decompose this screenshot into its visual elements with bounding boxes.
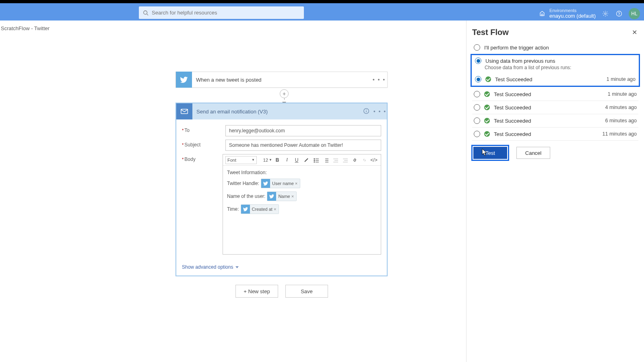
- success-icon: [484, 118, 490, 123]
- font-size-dropdown[interactable]: 12▼: [259, 158, 272, 162]
- dynamic-token[interactable]: Name×: [267, 191, 297, 201]
- action-title: Send an email notification (V3): [192, 109, 359, 115]
- run-radio[interactable]: [474, 104, 480, 111]
- unlink-button[interactable]: [360, 156, 369, 165]
- run-item[interactable]: Test Succeeded6 minutes ago: [472, 114, 638, 128]
- run-item[interactable]: Test Succeeded1 minute ago: [472, 88, 638, 101]
- link-button[interactable]: [350, 156, 359, 165]
- save-button[interactable]: Save: [285, 285, 328, 298]
- run-radio[interactable]: [475, 76, 481, 82]
- test-flow-panel: Test Flow ✕ I'll perform the trigger act…: [466, 21, 644, 362]
- remove-token-icon[interactable]: ×: [273, 207, 277, 212]
- user-avatar[interactable]: HL: [629, 8, 640, 19]
- svg-point-14: [314, 162, 315, 162]
- success-icon: [484, 131, 490, 137]
- new-step-button[interactable]: + New step: [235, 285, 278, 298]
- remove-token-icon[interactable]: ×: [294, 181, 298, 186]
- to-input[interactable]: [225, 125, 381, 136]
- run-name: Test Succeeded: [495, 76, 603, 82]
- run-radio[interactable]: [474, 91, 480, 97]
- highlight-previous-runs: Using data from previous runs Choose dat…: [471, 54, 640, 87]
- success-icon: [484, 105, 490, 110]
- code-view-button[interactable]: </>: [369, 156, 378, 165]
- body-editor[interactable]: Font▼ 12▼ B I U </>: [223, 154, 381, 255]
- svg-line-1: [147, 14, 149, 15]
- twitter-icon: [267, 192, 276, 201]
- highlight-test-button: Test: [471, 145, 509, 161]
- option-manual[interactable]: I'll perform the trigger action: [472, 42, 638, 53]
- dynamic-token[interactable]: User name×: [261, 179, 300, 188]
- top-bar: Environments enayu.com (default) HL: [0, 0, 644, 21]
- close-icon[interactable]: ✕: [630, 29, 638, 36]
- indent-button[interactable]: [341, 156, 349, 165]
- trigger-title: When a new tweet is posted: [192, 77, 371, 83]
- action-header[interactable]: Send an email notification (V3) • • •: [176, 103, 387, 119]
- help-icon[interactable]: [615, 10, 623, 18]
- bold-button[interactable]: B: [273, 156, 282, 165]
- trigger-card[interactable]: When a new tweet is posted • • •: [175, 72, 388, 88]
- run-time: 11 minutes ago: [603, 131, 637, 137]
- success-icon: [484, 91, 490, 97]
- run-time: 4 minutes ago: [605, 105, 637, 110]
- run-time: 1 minute ago: [607, 76, 636, 82]
- twitter-icon: [261, 179, 270, 188]
- color-button[interactable]: [302, 156, 311, 165]
- svg-rect-6: [181, 109, 188, 114]
- environment-picker[interactable]: Environments enayu.com (default): [539, 8, 596, 19]
- run-radio[interactable]: [474, 117, 480, 124]
- cancel-button[interactable]: Cancel: [516, 147, 550, 159]
- connector: +: [280, 88, 289, 105]
- chevron-down-icon: [235, 266, 239, 268]
- remove-token-icon[interactable]: ×: [291, 194, 295, 199]
- font-dropdown[interactable]: Font▼: [225, 156, 257, 164]
- editor-toolbar: Font▼ 12▼ B I U </>: [223, 154, 381, 166]
- mail-icon: [176, 103, 192, 119]
- run-radio[interactable]: [474, 131, 480, 137]
- info-icon[interactable]: [359, 108, 373, 115]
- search-input[interactable]: [152, 10, 300, 16]
- dynamic-token[interactable]: Created at×: [241, 204, 279, 214]
- show-advanced-link[interactable]: Show advanced options: [176, 259, 387, 276]
- action-card: Send an email notification (V3) • • • To…: [175, 103, 388, 276]
- run-item[interactable]: Test Succeeded1 minute ago: [473, 73, 637, 84]
- option-previous-sub: Choose data from a list of previous runs…: [473, 65, 637, 73]
- run-name: Test Succeeded: [494, 118, 601, 124]
- test-button[interactable]: Test: [473, 147, 507, 159]
- run-time: 6 minutes ago: [605, 118, 637, 123]
- editor-body[interactable]: Tweet Information: Twitter Handle: User …: [223, 166, 381, 254]
- svg-point-9: [366, 109, 367, 110]
- svg-point-12: [314, 160, 315, 161]
- svg-point-0: [144, 10, 147, 14]
- number-list-button[interactable]: [321, 156, 330, 165]
- bullet-list-button[interactable]: [312, 156, 320, 165]
- underline-button[interactable]: U: [292, 156, 301, 165]
- subject-label: Subject: [182, 140, 225, 151]
- outdent-button[interactable]: [331, 156, 340, 165]
- run-item[interactable]: Test Succeeded11 minutes ago: [472, 128, 638, 141]
- body-label: Body: [182, 154, 223, 255]
- italic-button[interactable]: I: [283, 156, 291, 165]
- subject-input[interactable]: [225, 140, 381, 151]
- search-box[interactable]: [139, 6, 304, 19]
- action-menu-icon[interactable]: • • •: [373, 108, 387, 115]
- run-name: Test Succeeded: [494, 131, 599, 137]
- svg-point-3: [605, 12, 606, 14]
- twitter-icon: [176, 72, 192, 88]
- add-step-button[interactable]: +: [280, 89, 289, 98]
- run-name: Test Succeeded: [494, 91, 604, 97]
- settings-icon[interactable]: [601, 10, 609, 18]
- run-name: Test Succeeded: [494, 105, 601, 111]
- run-item[interactable]: Test Succeeded4 minutes ago: [472, 101, 638, 114]
- panel-title: Test Flow: [472, 28, 509, 37]
- environment-value: enayu.com (default): [549, 13, 596, 19]
- success-icon: [485, 76, 491, 82]
- trigger-menu-icon[interactable]: • • •: [371, 76, 387, 83]
- radio-manual[interactable]: [474, 44, 480, 51]
- svg-point-5: [619, 15, 619, 15]
- body-intro: Tweet Information:: [227, 170, 267, 175]
- svg-rect-2: [541, 14, 543, 16]
- radio-previous[interactable]: [475, 58, 481, 64]
- svg-point-10: [314, 158, 315, 159]
- run-list: Test Succeeded1 minute agoTest Succeeded…: [472, 88, 638, 141]
- option-previous[interactable]: Using data from previous runs: [473, 57, 637, 65]
